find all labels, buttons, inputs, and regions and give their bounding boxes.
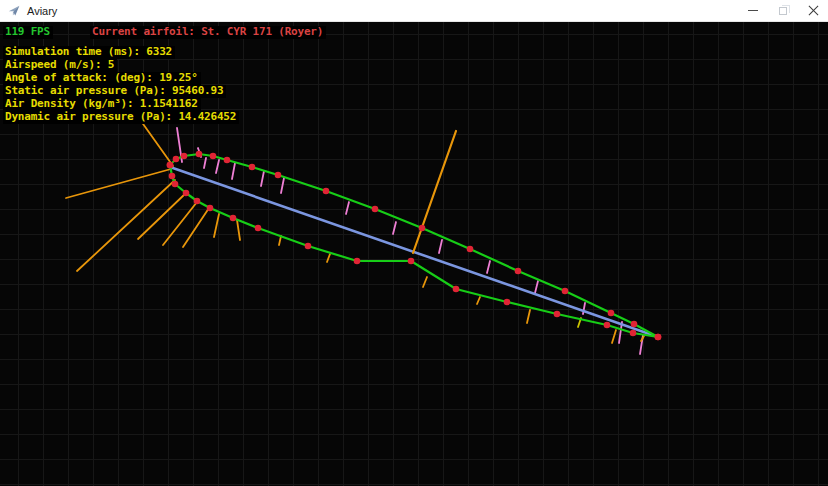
- close-button[interactable]: [798, 0, 828, 22]
- restore-icon: [779, 7, 787, 15]
- pressure-rays: [66, 107, 240, 271]
- aviary-window: Aviary 119 FPS Current airfoil: St. CYR …: [0, 0, 828, 486]
- close-icon: [808, 5, 819, 16]
- force-vector: [413, 131, 456, 253]
- current-airfoil-label: Current airfoil: St. CYR 171 (Royer): [90, 26, 326, 39]
- app-icon: [8, 4, 21, 17]
- window-title: Aviary: [27, 5, 57, 17]
- minimize-button[interactable]: [738, 0, 768, 22]
- minimize-icon: [748, 10, 758, 11]
- window-titlebar: Aviary: [0, 0, 828, 22]
- airfoil-outline: [170, 154, 658, 337]
- restore-button[interactable]: [768, 0, 798, 22]
- fps-counter: 119 FPS: [3, 26, 53, 39]
- stat-dynamic-pressure: Dynamic air pressure (Pa): 14.426452: [3, 111, 239, 124]
- window-controls: [738, 0, 828, 22]
- upper-surface-ticks: [177, 128, 643, 354]
- simulation-screen: 119 FPS Current airfoil: St. CYR 171 (Ro…: [0, 22, 828, 486]
